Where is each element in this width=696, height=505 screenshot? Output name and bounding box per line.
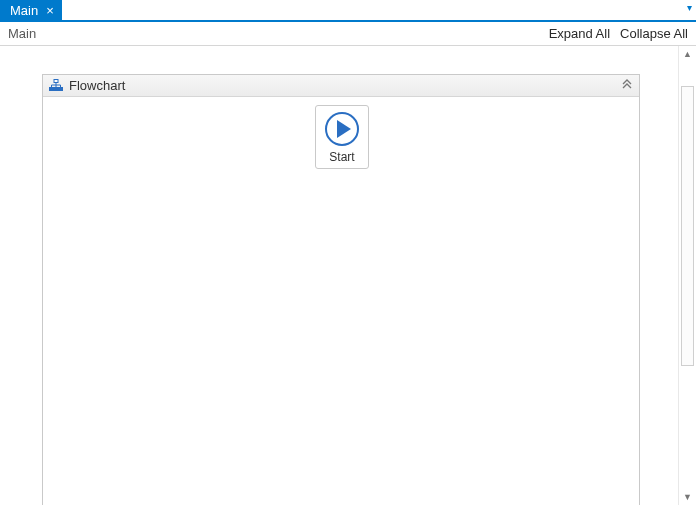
play-icon (325, 112, 359, 146)
svg-rect-6 (50, 87, 54, 90)
breadcrumb-actions: Expand All Collapse All (549, 26, 688, 41)
flowchart-body[interactable]: Start (43, 97, 639, 505)
scroll-up-icon[interactable]: ▲ (679, 46, 696, 62)
tab-main[interactable]: Main × (0, 0, 62, 20)
tab-label: Main (10, 3, 38, 18)
svg-rect-0 (54, 79, 58, 82)
flowchart-title: Flowchart (69, 78, 125, 93)
breadcrumb[interactable]: Main (8, 26, 36, 41)
collapse-all-button[interactable]: Collapse All (620, 26, 688, 41)
designer-canvas[interactable]: Flowchart Start (0, 46, 678, 505)
flowchart-header[interactable]: Flowchart (43, 75, 639, 97)
designer-area: Flowchart Start ▲ ▼ (0, 46, 696, 505)
close-icon[interactable]: × (44, 4, 56, 17)
scrollbar-thumb[interactable] (681, 86, 694, 366)
expand-all-button[interactable]: Expand All (549, 26, 610, 41)
svg-rect-7 (54, 87, 58, 90)
tab-strip: Main × ▾ (0, 0, 696, 22)
start-node-label: Start (329, 150, 354, 164)
breadcrumb-bar: Main Expand All Collapse All (0, 22, 696, 46)
collapse-chevron-icon[interactable] (621, 78, 633, 93)
vertical-scrollbar[interactable]: ▲ ▼ (678, 46, 696, 505)
tab-overflow-dropdown-icon[interactable]: ▾ (687, 2, 692, 13)
svg-rect-8 (59, 87, 63, 90)
scroll-down-icon[interactable]: ▼ (679, 489, 696, 505)
flowchart-icon (49, 79, 63, 93)
flowchart-activity[interactable]: Flowchart Start (42, 74, 640, 505)
start-node[interactable]: Start (315, 105, 369, 169)
